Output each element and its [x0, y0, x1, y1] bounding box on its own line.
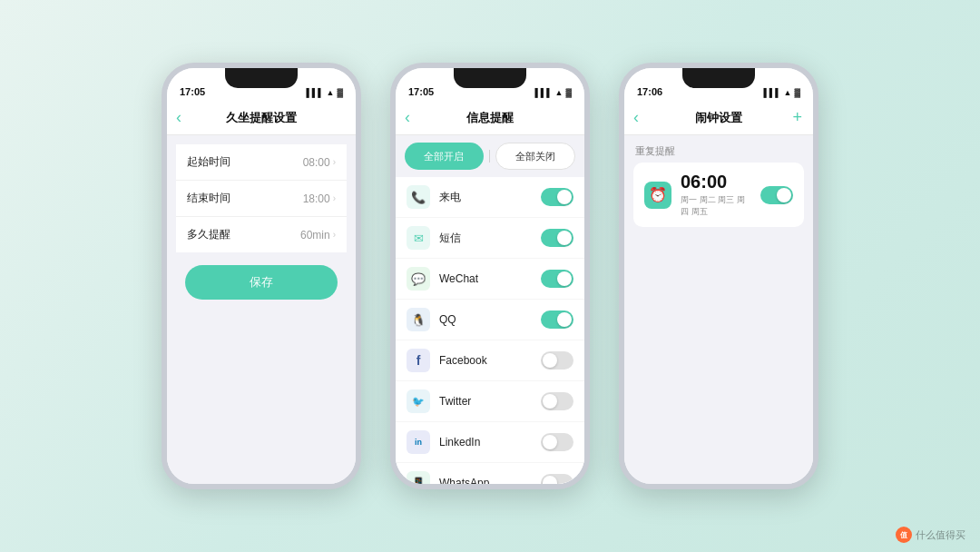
page-title-2: 信息提醒: [466, 110, 514, 126]
alarm-time: 06:00: [681, 172, 751, 192]
add-alarm-button[interactable]: +: [792, 108, 802, 127]
status-time-3: 17:06: [637, 86, 662, 97]
battery-icon-2: ▓: [565, 88, 572, 97]
content-1: 起始时间 08:00 › 结束时间 18:00 › 多久提醒 60min ›: [167, 135, 356, 484]
alarm-toggle[interactable]: [760, 186, 793, 204]
notif-row-sms[interactable]: ✉ 短信: [396, 218, 584, 259]
interval-value: 60min ›: [300, 229, 336, 242]
page-title-3: 闹钟设置: [695, 110, 742, 126]
status-time-2: 17:05: [408, 86, 434, 97]
notif-row-wechat[interactable]: 💬 WeChat: [396, 259, 584, 300]
nav-bar-1: ‹ 久坐提醒设置: [167, 101, 356, 135]
chevron-icon: ›: [333, 157, 336, 167]
sms-toggle[interactable]: [541, 229, 573, 247]
linkedin-label: LinkedIn: [439, 436, 532, 448]
sms-icon: ✉: [407, 226, 430, 250]
whatsapp-icon: 📱: [407, 471, 430, 484]
phone-3: 17:06 ▌▌▌ ▲ ▓ ‹ 闹钟设置 + 重复提醒 ⏰ 06:00 周一 周…: [619, 63, 818, 489]
watermark: 值 什么值得买: [896, 527, 965, 543]
end-time-value: 18:00 ›: [303, 192, 336, 205]
twitter-icon: 🐦: [407, 389, 430, 413]
status-icons-1: ▌▌▌ ▲ ▓: [306, 88, 343, 97]
facebook-icon: f: [407, 349, 430, 372]
alarm-clock-icon: ⏰: [644, 182, 671, 209]
divider: [489, 150, 490, 163]
content-2: 全部开启 全部关闭 📞 来电 ✉ 短信 💬 WeChat: [396, 135, 584, 484]
back-button-3[interactable]: ‹: [633, 108, 639, 127]
linkedin-icon: in: [407, 430, 430, 454]
facebook-toggle[interactable]: [541, 351, 573, 370]
battery-icon-3: ▓: [794, 88, 800, 97]
facebook-label: Facebook: [439, 354, 532, 367]
notif-row-whatsapp[interactable]: 📱 WhatsApp: [396, 463, 584, 484]
save-button[interactable]: 保存: [185, 265, 338, 300]
settings-list: 起始时间 08:00 › 结束时间 18:00 › 多久提醒 60min ›: [176, 144, 347, 252]
wifi-icon-3: ▲: [784, 88, 792, 97]
page-title-1: 久坐提醒设置: [226, 110, 297, 126]
qq-label: QQ: [439, 313, 532, 326]
nav-bar-3: ‹ 闹钟设置 +: [624, 101, 813, 135]
end-time-label: 结束时间: [187, 191, 230, 206]
notif-row-facebook[interactable]: f Facebook: [396, 340, 584, 381]
notch-2: [454, 68, 526, 88]
nav-bar-2: ‹ 信息提醒: [396, 101, 584, 135]
watermark-logo: 值: [896, 527, 912, 543]
status-icons-3: ▌▌▌ ▲ ▓: [763, 88, 800, 97]
wifi-icon: ▲: [327, 88, 335, 97]
back-button-1[interactable]: ‹: [176, 108, 181, 127]
status-time-1: 17:05: [180, 86, 205, 97]
call-icon: 📞: [407, 185, 430, 209]
qq-toggle[interactable]: [541, 310, 573, 329]
content-3: 重复提醒 ⏰ 06:00 周一 周二 周三 周四 周五: [624, 135, 813, 484]
back-button-2[interactable]: ‹: [405, 108, 410, 127]
twitter-label: Twitter: [439, 395, 532, 408]
enable-all-button[interactable]: 全部开启: [405, 143, 484, 170]
chevron-icon-2: ›: [333, 193, 336, 203]
toggle-buttons: 全部开启 全部关闭: [396, 135, 584, 177]
wechat-icon: 💬: [407, 267, 430, 291]
start-time-row[interactable]: 起始时间 08:00 ›: [176, 144, 347, 181]
interval-row[interactable]: 多久提醒 60min ›: [176, 217, 347, 252]
disable-all-button[interactable]: 全部关闭: [495, 143, 576, 170]
notification-list: 📞 来电 ✉ 短信 💬 WeChat 🐧 QQ f Faceboo: [396, 177, 584, 484]
wifi-icon-2: ▲: [555, 88, 564, 97]
qq-icon: 🐧: [407, 308, 430, 331]
alarm-days: 周一 周二 周三 周四 周五: [681, 194, 751, 218]
wechat-label: WeChat: [439, 272, 532, 285]
sms-label: 短信: [439, 231, 532, 246]
end-time-row[interactable]: 结束时间 18:00 ›: [176, 181, 347, 217]
twitter-toggle[interactable]: [541, 392, 573, 410]
alarm-info: 06:00 周一 周二 周三 周四 周五: [681, 172, 751, 218]
linkedin-toggle[interactable]: [541, 433, 573, 451]
notif-row-call[interactable]: 📞 来电: [396, 177, 584, 218]
alarm-section-title: 重复提醒: [624, 135, 813, 163]
notch-3: [682, 68, 755, 88]
signal-icon: ▌▌▌: [306, 88, 323, 97]
wechat-toggle[interactable]: [541, 270, 573, 288]
signal-icon-2: ▌▌▌: [534, 88, 552, 97]
phone-1: 17:05 ▌▌▌ ▲ ▓ ‹ 久坐提醒设置 起始时间 08:00 › 结束时间…: [162, 63, 361, 489]
notch-1: [225, 68, 298, 88]
whatsapp-toggle[interactable]: [541, 474, 573, 484]
status-icons-2: ▌▌▌ ▲ ▓: [534, 88, 572, 97]
call-label: 来电: [439, 190, 532, 205]
whatsapp-label: WhatsApp: [439, 477, 532, 484]
alarm-card[interactable]: ⏰ 06:00 周一 周二 周三 周四 周五: [633, 163, 804, 227]
signal-icon-3: ▌▌▌: [763, 88, 780, 97]
notif-row-linkedin[interactable]: in LinkedIn: [396, 422, 584, 463]
chevron-icon-3: ›: [333, 230, 336, 240]
notif-row-twitter[interactable]: 🐦 Twitter: [396, 381, 584, 422]
call-toggle[interactable]: [541, 188, 573, 206]
start-time-label: 起始时间: [187, 154, 230, 170]
start-time-value: 08:00 ›: [303, 156, 336, 169]
interval-label: 多久提醒: [187, 227, 230, 242]
watermark-text: 什么值得买: [916, 528, 965, 542]
battery-icon: ▓: [337, 88, 343, 97]
phone-2: 17:05 ▌▌▌ ▲ ▓ ‹ 信息提醒 全部开启 全部关闭 📞 来电: [390, 63, 590, 489]
notif-row-qq[interactable]: 🐧 QQ: [396, 300, 584, 340]
